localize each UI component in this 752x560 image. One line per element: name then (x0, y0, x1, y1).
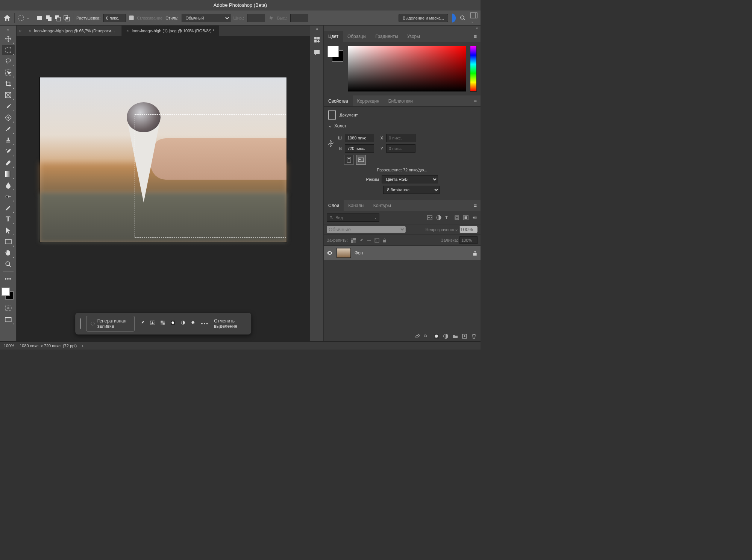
color-swatch-picker[interactable] (327, 46, 344, 62)
filter-pixel-icon[interactable] (427, 215, 432, 220)
visibility-icon[interactable] (327, 250, 333, 256)
layer-name[interactable]: Фон (355, 250, 363, 256)
selection-add-icon[interactable] (45, 15, 52, 21)
history-brush-tool[interactable] (2, 146, 15, 157)
zoom-level[interactable]: 100% (4, 344, 14, 348)
search-icon[interactable] (459, 15, 466, 21)
tab-patterns[interactable]: Узоры (403, 31, 425, 42)
panels-collapse-icon[interactable]: ›› (476, 26, 478, 30)
canvas-width-input[interactable] (345, 134, 374, 142)
document-tab-0[interactable]: × loon-image-high.jpeg @ 66,7% (Генерати… (24, 26, 122, 36)
generative-fill-button[interactable]: Генеративная заливка (86, 316, 135, 331)
layer-thumbnail[interactable] (337, 248, 351, 258)
eyedropper-tool[interactable] (2, 101, 15, 112)
edit-toolbar-icon[interactable]: ••• (2, 274, 15, 284)
drag-handle-icon[interactable] (80, 318, 81, 329)
brush-small-icon[interactable] (140, 320, 145, 327)
home-icon[interactable] (3, 14, 11, 22)
layer-filter-select[interactable]: ⌄ (327, 213, 379, 222)
layer-filter-input[interactable] (333, 213, 374, 222)
doc-info[interactable]: 1080 пикс. x 720 пикс. (72 ppi) (20, 344, 77, 348)
workspace-switcher-icon[interactable]: ⌄ (470, 12, 478, 24)
move-tool[interactable] (2, 33, 15, 44)
selection-subtract-icon[interactable] (54, 15, 61, 21)
group-icon[interactable] (452, 333, 458, 339)
toolbar-expand-icon[interactable]: ›› (7, 28, 9, 33)
frame-tool[interactable] (2, 90, 15, 100)
panel-menu-icon[interactable]: ≡ (472, 33, 478, 39)
stamp-tool[interactable] (2, 135, 15, 145)
color-swatches[interactable] (2, 288, 15, 303)
lock-transparency-icon[interactable] (351, 238, 356, 243)
close-tab-icon[interactable]: × (29, 29, 31, 33)
document-image[interactable] (40, 77, 287, 242)
layer-row[interactable]: Фон (324, 246, 481, 260)
canvas-y-input[interactable] (386, 144, 415, 153)
lock-image-icon[interactable] (359, 238, 364, 243)
selection-intersect-icon[interactable] (63, 15, 70, 21)
dodge-tool[interactable] (2, 191, 15, 202)
marquee-tool[interactable] (2, 45, 15, 55)
tab-swatches[interactable]: Образцы (343, 31, 371, 42)
link-layers-icon[interactable] (415, 333, 420, 339)
canvas-x-input[interactable] (386, 134, 415, 142)
new-layer-icon[interactable] (462, 333, 467, 339)
select-subject-icon[interactable] (150, 320, 155, 327)
link-wh-icon[interactable] (328, 140, 334, 147)
adjustment-layer-icon[interactable] (443, 333, 449, 339)
orientation-landscape-icon[interactable] (356, 155, 366, 165)
canvas-height-input[interactable] (345, 144, 374, 153)
lock-icon[interactable] (472, 250, 478, 256)
lock-position-icon[interactable] (367, 238, 371, 243)
document-tab-1[interactable]: × loon-image-high (1).jpeg @ 100% (RGB/8… (122, 26, 219, 36)
filter-smart-icon[interactable] (463, 215, 468, 220)
selection-new-icon[interactable] (36, 15, 43, 21)
fill-bucket-icon[interactable] (191, 320, 196, 327)
pen-tool[interactable] (2, 203, 15, 213)
style-select[interactable]: Обычный (182, 14, 230, 22)
remove-bg-icon[interactable] (160, 320, 165, 327)
saturation-box[interactable] (348, 46, 466, 92)
select-and-mask-button[interactable]: Выделение и маска... (399, 14, 448, 22)
more-options-icon[interactable]: ••• (201, 321, 209, 327)
column-expand-icon[interactable]: ‹‹ (316, 27, 318, 31)
hand-tool[interactable] (2, 248, 15, 258)
bit-depth-select[interactable]: 8 бит/канал (383, 186, 440, 194)
brush-tool[interactable] (2, 124, 15, 134)
tabs-expand-icon[interactable]: ›› (17, 26, 24, 36)
canvas-viewport[interactable]: Генеративная заливка ••• Отменить выделе… (17, 36, 310, 341)
orientation-portrait-icon[interactable] (344, 155, 354, 165)
lock-all-icon[interactable] (382, 238, 387, 243)
object-selection-tool[interactable] (2, 67, 15, 78)
tab-libraries[interactable]: Библиотеки (384, 95, 417, 106)
tool-preset-dropdown[interactable]: ⌄ (18, 15, 30, 21)
adjustment-icon[interactable] (180, 320, 185, 327)
marquee-selection[interactable] (135, 114, 286, 238)
crop-tool[interactable] (2, 79, 15, 89)
path-selection-tool[interactable] (2, 225, 15, 236)
type-tool[interactable]: T (2, 214, 15, 224)
libraries-icon[interactable] (313, 36, 321, 44)
eraser-tool[interactable] (2, 157, 15, 168)
filter-shape-icon[interactable] (454, 215, 459, 220)
tab-paths[interactable]: Контуры (369, 200, 396, 211)
blur-tool[interactable] (2, 180, 15, 191)
mask-icon[interactable] (170, 320, 175, 327)
canvas-section-header[interactable]: ⌄ Холст (328, 123, 476, 129)
filter-toggle-icon[interactable] (472, 215, 478, 220)
gradient-tool[interactable] (2, 169, 15, 179)
rectangle-tool[interactable] (2, 236, 15, 247)
zoom-tool[interactable] (2, 259, 15, 269)
layer-mask-icon[interactable] (434, 333, 439, 339)
deselect-button[interactable]: Отменить выделение (214, 318, 247, 329)
tab-adjustments[interactable]: Коррекция (353, 95, 384, 106)
tab-channels[interactable]: Каналы (344, 200, 369, 211)
lock-nested-icon[interactable] (374, 238, 379, 243)
panel-menu-icon[interactable]: ≡ (472, 203, 478, 209)
lasso-tool[interactable] (2, 56, 15, 67)
tab-properties[interactable]: Свойства (324, 95, 353, 106)
close-tab-icon[interactable]: × (126, 29, 129, 33)
hue-slider[interactable] (470, 46, 477, 92)
healing-tool[interactable] (2, 112, 15, 123)
layer-fx-icon[interactable]: fx (424, 333, 430, 339)
